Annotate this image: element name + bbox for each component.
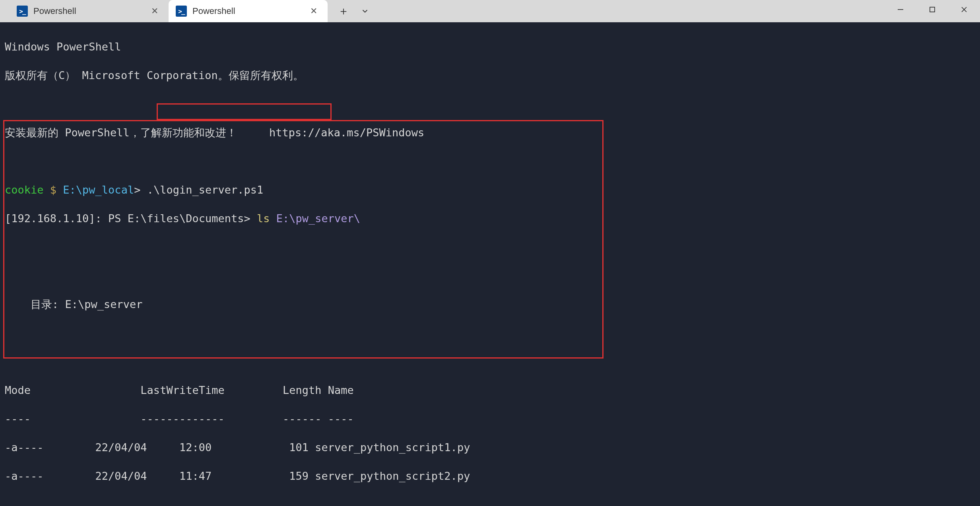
close-tab-icon[interactable]: ✕ <box>307 4 320 18</box>
tabbar-actions: ＋ <box>328 0 374 22</box>
svg-rect-1 <box>930 7 935 12</box>
ps-header-line1: Windows PowerShell <box>5 40 975 54</box>
tab-dropdown-button[interactable] <box>356 2 374 20</box>
listing-header: Mode LastWriteTime Length Name <box>5 383 975 397</box>
maximize-button[interactable] <box>916 0 948 19</box>
tab-powershell-2[interactable]: Powershell ✕ <box>169 0 328 22</box>
file-row: -a---- 22/04/04 12:00 101 server_python_… <box>5 440 975 455</box>
window-controls <box>885 0 980 22</box>
powershell-icon <box>17 6 28 17</box>
tab-title: Powershell <box>192 6 307 16</box>
highlight-remote-session <box>3 120 604 359</box>
tab-title: Powershell <box>33 6 148 16</box>
terminal-output[interactable]: Windows PowerShell 版权所有（C） Microsoft Cor… <box>0 22 980 506</box>
highlight-login-command <box>157 103 332 120</box>
close-tab-icon[interactable]: ✕ <box>148 4 161 18</box>
ps-header-line2: 版权所有（C） Microsoft Corporation。保留所有权利。 <box>5 68 975 83</box>
titlebar[interactable]: Powershell ✕ Powershell ✕ ＋ <box>0 0 980 22</box>
listing-divider: ---- ------------- ------ ---- <box>5 412 975 426</box>
close-window-button[interactable] <box>948 0 980 19</box>
tab-powershell-1[interactable]: Powershell ✕ <box>10 0 169 22</box>
file-row: -a---- 22/04/04 11:47 159 server_python_… <box>5 469 975 483</box>
powershell-icon <box>176 6 187 17</box>
new-tab-button[interactable]: ＋ <box>335 2 352 20</box>
tab-strip: Powershell ✕ Powershell ✕ <box>0 0 328 22</box>
chevron-down-icon <box>361 7 369 16</box>
terminal-window: Powershell ✕ Powershell ✕ ＋ <box>0 0 980 506</box>
minimize-button[interactable] <box>885 0 916 19</box>
